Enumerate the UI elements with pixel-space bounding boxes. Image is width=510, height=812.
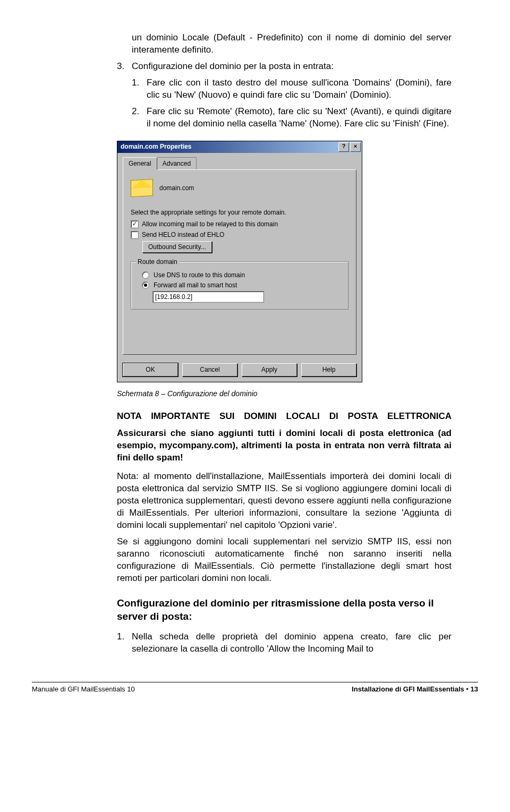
route-domain-legend: Route domain xyxy=(135,258,180,266)
cancel-button[interactable]: Cancel xyxy=(182,363,237,376)
outbound-security-button[interactable]: Outbound Security... xyxy=(142,241,212,253)
help-icon[interactable]: ? xyxy=(338,142,349,152)
important-note-heading: NOTA IMPORTANTE SUI DOMINI LOCALI DI POS… xyxy=(117,411,452,423)
properties-dialog: domain.com Properties ? × General Advanc… xyxy=(117,141,362,382)
close-icon[interactable]: × xyxy=(350,142,361,152)
warning-paragraph: Assicurarsi che siano aggiunti tutti i d… xyxy=(117,428,452,464)
footer-left: Manuale di GFI MailEssentials 10 xyxy=(32,685,135,694)
figure-caption: Schermata 8 – Configurazione del dominio xyxy=(117,389,452,399)
forward-smarthost-radio[interactable] xyxy=(142,281,149,289)
send-helo-checkbox[interactable] xyxy=(131,231,139,239)
step-text-2: Fare clic su 'Remote' (Remoto), fare cli… xyxy=(147,106,452,130)
section-heading: Configurazione del dominio per ritrasmis… xyxy=(117,596,452,623)
domain-envelope-icon xyxy=(131,179,153,197)
dialog-titlebar: domain.com Properties ? × xyxy=(117,141,362,153)
step-text-1: Fare clic con il tasto destro del mouse … xyxy=(147,77,452,101)
use-dns-label: Use DNS to route to this domain xyxy=(154,271,245,279)
dialog-title: domain.com Properties xyxy=(121,142,337,151)
domain-name-label: domain.com xyxy=(159,184,194,192)
smarthost-input[interactable]: [192.168.0.2] xyxy=(152,291,264,303)
apply-button[interactable]: Apply xyxy=(242,363,297,376)
send-helo-label: Send HELO instead of EHLO xyxy=(142,230,224,239)
tab-advanced[interactable]: Advanced xyxy=(157,157,197,169)
step-number-1: 1. xyxy=(132,77,147,101)
step-number-2: 2. xyxy=(132,106,147,130)
list-continuation: un dominio Locale (Default - Predefinito… xyxy=(132,32,452,56)
allow-relay-checkbox[interactable]: ✓ xyxy=(131,220,139,228)
final-step-text: Nella scheda delle proprietà del dominio… xyxy=(132,631,452,655)
ok-button[interactable]: OK xyxy=(123,363,178,376)
note-paragraph-1: Nota: al momento dell'installazione, Mai… xyxy=(117,471,452,532)
page-footer: Manuale di GFI MailEssentials 10 Install… xyxy=(32,682,478,710)
list-number-3: 3. xyxy=(117,61,132,73)
allow-relay-label: Allow incoming mail to be relayed to thi… xyxy=(142,220,278,228)
help-button[interactable]: Help xyxy=(301,363,356,376)
list-item-3: Configurazione del dominio per la posta … xyxy=(132,61,452,73)
tab-panel-general: domain.com Select the appropriate settin… xyxy=(123,169,356,355)
select-settings-text: Select the appropriate settings for your… xyxy=(131,208,348,217)
final-step-number: 1. xyxy=(117,631,132,655)
route-domain-group: Route domain Use DNS to route to this do… xyxy=(131,261,348,310)
tab-general[interactable]: General xyxy=(123,157,157,170)
use-dns-radio[interactable] xyxy=(142,271,149,279)
footer-right: Installazione di GFI MailEssentials • 13 xyxy=(352,685,478,694)
note-paragraph-2: Se si aggiungono domini locali supplemen… xyxy=(117,536,452,585)
forward-smarthost-label: Forward all mail to smart host xyxy=(154,281,237,289)
